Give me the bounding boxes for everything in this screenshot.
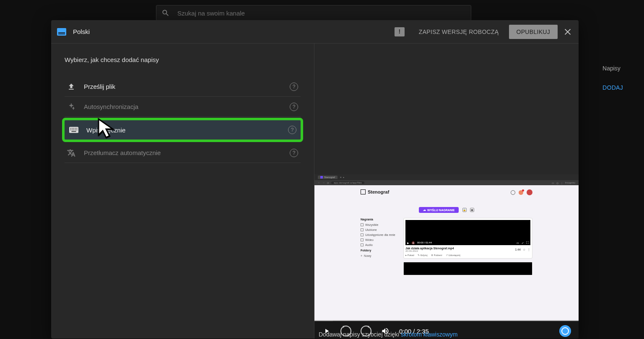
svg-rect-5 [73,128,74,129]
option-label: Wpisz ręcznie [86,127,280,134]
option-autosync[interactable]: Autosynchronizacja ? [65,97,301,117]
new-tab-icon: × + [340,176,344,179]
svg-rect-13 [72,131,76,132]
grid-icon: ▦ [470,208,474,212]
channel-search-bar[interactable]: Szukaj na swoim kanale [156,5,471,21]
option-type-manually[interactable]: Wpisz ręcznie ? [62,118,303,142]
option-upload-file[interactable]: Prześlij plik ? [65,77,301,97]
svg-rect-6 [75,128,76,129]
avatar-icon [527,189,532,195]
close-icon [563,27,572,36]
close-button[interactable] [563,27,573,37]
keyboard-icon [69,127,78,133]
search-placeholder: Szukaj na swoim kanale [177,10,245,17]
app-header-actions [511,189,532,195]
lock-icon: 🔒 [462,208,467,212]
video-preview[interactable]: Stenograf × + ←→⟳ app.stenograf.io/app/f… [314,174,579,321]
preview-panel: Stenograf × + ←→⟳ app.stenograf.io/app/f… [314,44,579,339]
svg-rect-3 [70,128,71,129]
subtitles-modal: Polski ZAPISZ WERSJĘ ROBOCZĄ OPUBLIKUJ W… [51,20,579,339]
keyboard-shortcuts-hint: Dodawaj napisy szybciej dzięki skrótom k… [319,331,457,338]
browser-urlbar: ←→⟳ app.stenograf.io/app/files ▭◎⋮ Incog… [314,180,579,185]
help-icon[interactable]: ? [288,126,296,134]
option-label: Prześlij plik [84,83,282,90]
save-draft-button[interactable]: ZAPISZ WERSJĘ ROBOCZĄ [413,25,505,39]
settings-button[interactable] [559,325,571,337]
help-icon[interactable]: ? [290,83,298,91]
search-icon [161,9,170,17]
shortcuts-link[interactable]: skrótom klawiszowym [401,331,457,338]
svg-rect-4 [72,128,73,129]
help-icon[interactable]: ? [290,149,298,157]
subtitles-column-header: Napisy [602,65,623,72]
send-recording-button: ☁ WYŚLIJ NAGRANIE [419,207,459,213]
option-label: Przetłumacz automatycznie [84,149,282,156]
bg-right-column: Napisy DODAJ [602,65,623,91]
stenograf-logo: Stenograf [361,189,532,194]
notification-icon [519,190,523,195]
modal-header: Polski ZAPISZ WERSJĘ ROBOCZĄ OPUBLIKUJ [51,20,579,44]
publish-button[interactable]: OPUBLIKUJ [509,25,558,39]
url-text: app.stenograf.io/app/files [331,181,364,184]
feedback-icon[interactable] [395,27,405,36]
language-label: Polski [73,28,90,35]
svg-rect-9 [72,129,73,130]
clock-icon [511,190,515,195]
browser-tabs: Stenograf × + [314,174,579,180]
option-autotranslate[interactable]: Przetłumacz automatycznie ? [65,143,301,163]
app-sidebar: Nagrania Wszystkie Ulubione Udostępnione… [361,218,398,279]
video-card: ▶🔇00:00 / 01:44▭⤢⛶ Jak działa aplikacja … [403,218,532,259]
sparkle-icon [67,103,75,111]
options-panel: Wybierz, jak chcesz dodać napisy Prześli… [51,44,314,339]
add-subtitles-button[interactable]: DODAJ [602,84,623,91]
option-label: Autosynchronizacja [84,103,282,110]
upload-icon [67,83,75,91]
options-prompt: Wybierz, jak chcesz dodać napisy [65,56,301,63]
svg-rect-7 [76,128,77,129]
svg-rect-8 [70,129,71,130]
help-icon[interactable]: ? [290,103,298,111]
subtitle-track-icon [57,28,66,36]
svg-rect-12 [76,129,77,130]
translate-icon [67,149,75,157]
browser-tab: Stenograf [318,176,338,179]
svg-rect-10 [73,129,74,130]
svg-rect-11 [75,129,76,130]
